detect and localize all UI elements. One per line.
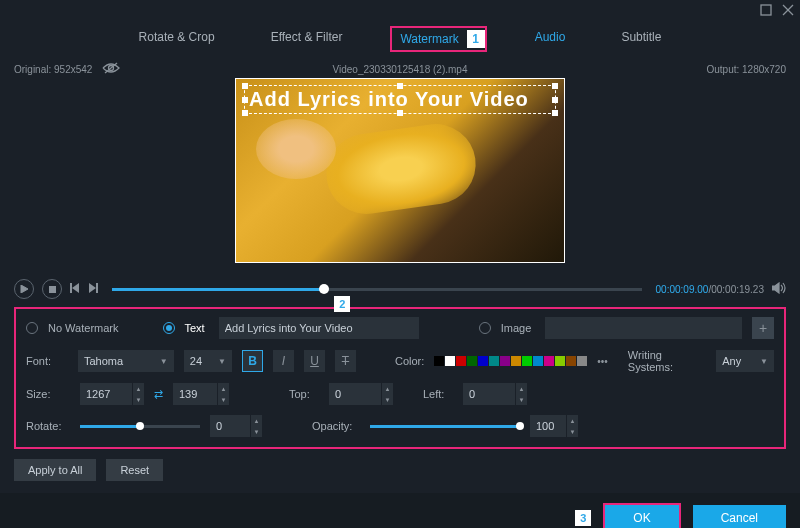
strikethrough-button[interactable]: T <box>335 350 356 372</box>
more-colors-button[interactable]: ••• <box>597 356 608 367</box>
svg-rect-0 <box>761 5 771 15</box>
color-swatch[interactable] <box>555 356 565 366</box>
color-swatch[interactable] <box>489 356 499 366</box>
svg-rect-6 <box>49 286 56 293</box>
timeline-slider[interactable]: 2 <box>112 288 642 291</box>
color-swatch[interactable] <box>500 356 510 366</box>
top-input[interactable]: 0▲▼ <box>329 383 393 405</box>
tab-effect-filter[interactable]: Effect & Filter <box>263 26 351 52</box>
callout-badge-3: 3 <box>575 510 591 526</box>
reset-button[interactable]: Reset <box>106 459 163 481</box>
color-swatch[interactable] <box>577 356 587 366</box>
close-icon[interactable] <box>782 4 794 18</box>
color-swatch[interactable] <box>511 356 521 366</box>
tab-rotate-crop[interactable]: Rotate & Crop <box>131 26 223 52</box>
rotate-input[interactable]: 0▲▼ <box>210 415 262 437</box>
watermark-text-overlay[interactable]: Add Lyrics into Your Video <box>244 85 556 114</box>
height-input[interactable]: 139▲▼ <box>173 383 229 405</box>
eye-off-icon[interactable] <box>102 62 120 76</box>
color-swatch[interactable] <box>456 356 466 366</box>
tab-audio[interactable]: Audio <box>527 26 574 52</box>
play-button[interactable] <box>14 279 34 299</box>
link-dimensions-icon[interactable]: ⇄ <box>154 388 163 401</box>
tab-watermark[interactable]: Watermark <box>392 28 466 50</box>
font-size-select[interactable]: 24▼ <box>184 350 232 372</box>
callout-badge-1: 1 <box>467 30 485 48</box>
opacity-input[interactable]: 100▲▼ <box>530 415 578 437</box>
output-size-label: Output: 1280x720 <box>586 64 786 75</box>
watermark-image-input[interactable] <box>545 317 742 339</box>
bold-button[interactable]: B <box>242 350 263 372</box>
color-swatch[interactable] <box>434 356 444 366</box>
svg-rect-8 <box>70 283 72 293</box>
maximize-icon[interactable] <box>760 4 772 18</box>
svg-marker-5 <box>21 285 28 293</box>
writing-systems-select[interactable]: Any▼ <box>716 350 774 372</box>
opacity-label: Opacity: <box>312 420 360 432</box>
size-label: Size: <box>26 388 70 400</box>
radio-text-label: Text <box>185 322 205 334</box>
color-label: Color: <box>395 355 424 367</box>
watermark-text-input[interactable] <box>219 317 419 339</box>
color-swatch[interactable] <box>445 356 455 366</box>
prev-frame-button[interactable] <box>70 283 80 295</box>
tab-bar: Rotate & Crop Effect & Filter Watermark … <box>0 22 800 60</box>
video-preview[interactable]: Add Lyrics into Your Video <box>235 78 565 263</box>
underline-button[interactable]: U <box>304 350 325 372</box>
svg-marker-11 <box>772 283 779 293</box>
radio-no-watermark-label: No Watermark <box>48 322 119 334</box>
color-swatch[interactable] <box>522 356 532 366</box>
ok-button[interactable]: OK <box>605 505 678 528</box>
color-swatch[interactable] <box>533 356 543 366</box>
tab-subtitle[interactable]: Subtitle <box>613 26 669 52</box>
volume-icon[interactable] <box>772 282 786 296</box>
svg-rect-10 <box>96 283 98 293</box>
opacity-slider[interactable] <box>370 425 520 428</box>
font-label: Font: <box>26 355 68 367</box>
original-size-label: Original: 952x542 <box>14 64 92 75</box>
left-label: Left: <box>423 388 453 400</box>
color-swatch[interactable] <box>566 356 576 366</box>
svg-marker-7 <box>72 283 79 293</box>
radio-image-label: Image <box>501 322 532 334</box>
color-swatches <box>434 356 587 366</box>
svg-marker-9 <box>89 283 96 293</box>
color-swatch[interactable] <box>467 356 477 366</box>
apply-to-all-button[interactable]: Apply to All <box>14 459 96 481</box>
width-input[interactable]: 1267▲▼ <box>80 383 144 405</box>
top-label: Top: <box>289 388 319 400</box>
radio-image[interactable] <box>479 322 491 334</box>
writing-systems-label: Writing Systems: <box>628 349 706 373</box>
callout-badge-2: 2 <box>334 296 350 312</box>
cancel-button[interactable]: Cancel <box>693 505 786 528</box>
color-swatch[interactable] <box>544 356 554 366</box>
font-family-select[interactable]: Tahoma▼ <box>78 350 174 372</box>
italic-button[interactable]: I <box>273 350 294 372</box>
time-display: 00:00:09.00/00:00:19.23 <box>656 284 764 295</box>
add-image-button[interactable]: + <box>752 317 774 339</box>
watermark-text: Add Lyrics into Your Video <box>249 88 551 111</box>
radio-no-watermark[interactable] <box>26 322 38 334</box>
radio-text[interactable] <box>163 322 175 334</box>
rotate-label: Rotate: <box>26 420 70 432</box>
color-swatch[interactable] <box>478 356 488 366</box>
watermark-panel: No Watermark Text Image + Font: Tahoma▼ … <box>14 307 786 449</box>
stop-button[interactable] <box>42 279 62 299</box>
left-input[interactable]: 0▲▼ <box>463 383 527 405</box>
filename-label: Video_230330125418 (2).mp4 <box>214 64 586 75</box>
next-frame-button[interactable] <box>88 283 98 295</box>
rotate-slider[interactable] <box>80 425 200 428</box>
